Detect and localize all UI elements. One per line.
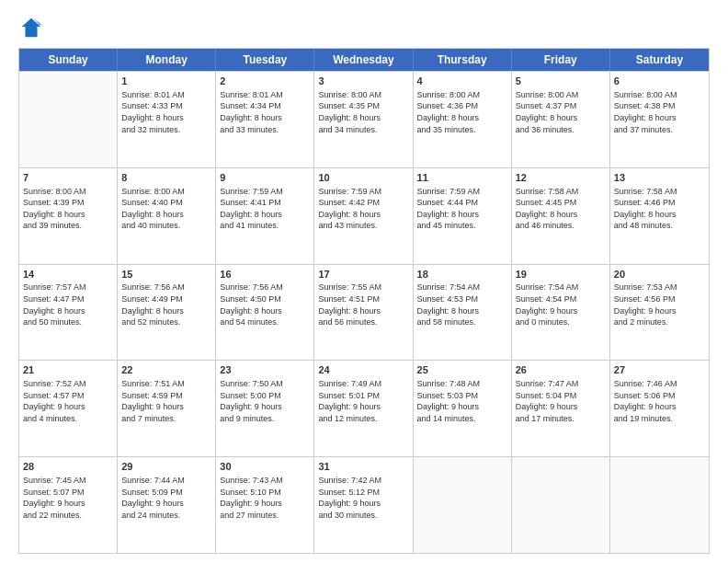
calendar-cell: 20Sunrise: 7:53 AMSunset: 4:56 PMDayligh… xyxy=(610,265,709,361)
header-cell-thursday: Thursday xyxy=(414,49,512,71)
calendar-cell: 8Sunrise: 8:00 AMSunset: 4:40 PMDaylight… xyxy=(118,168,216,264)
calendar-cell: 1Sunrise: 8:01 AMSunset: 4:33 PMDaylight… xyxy=(118,72,216,167)
cell-content: Sunrise: 7:56 AMSunset: 4:50 PMDaylight:… xyxy=(220,282,310,327)
cell-content: Sunrise: 8:00 AMSunset: 4:35 PMDaylight:… xyxy=(318,89,408,135)
cell-content: Sunrise: 7:43 AMSunset: 5:10 PMDaylight:… xyxy=(220,475,310,521)
cell-content: Sunrise: 7:53 AMSunset: 4:56 PMDaylight:… xyxy=(614,282,705,327)
header-cell-sunday: Sunday xyxy=(19,49,118,71)
day-number: 26 xyxy=(516,363,606,377)
day-number: 15 xyxy=(121,268,211,282)
day-number: 11 xyxy=(417,171,507,185)
cell-content: Sunrise: 7:45 AMSunset: 5:07 PMDaylight:… xyxy=(23,475,113,521)
calendar-cell: 11Sunrise: 7:59 AMSunset: 4:44 PMDayligh… xyxy=(414,168,512,264)
day-number: 1 xyxy=(121,75,211,88)
header-cell-saturday: Saturday xyxy=(610,49,709,71)
day-number: 24 xyxy=(318,363,408,377)
day-number: 22 xyxy=(121,363,211,377)
calendar-week-4: 21Sunrise: 7:52 AMSunset: 4:57 PMDayligh… xyxy=(19,360,709,456)
calendar-cell: 5Sunrise: 8:00 AMSunset: 4:37 PMDaylight… xyxy=(512,72,610,167)
cell-content: Sunrise: 8:00 AMSunset: 4:37 PMDaylight:… xyxy=(516,89,606,135)
calendar-cell: 19Sunrise: 7:54 AMSunset: 4:54 PMDayligh… xyxy=(512,265,610,361)
header-cell-friday: Friday xyxy=(512,49,610,71)
calendar-cell: 26Sunrise: 7:47 AMSunset: 5:04 PMDayligh… xyxy=(512,361,610,456)
day-number: 20 xyxy=(614,268,705,282)
day-number: 27 xyxy=(614,363,705,377)
calendar-cell: 9Sunrise: 7:59 AMSunset: 4:41 PMDaylight… xyxy=(216,168,314,264)
calendar-cell: 25Sunrise: 7:48 AMSunset: 5:03 PMDayligh… xyxy=(414,361,512,456)
cell-content: Sunrise: 7:54 AMSunset: 4:54 PMDaylight:… xyxy=(516,282,606,327)
cell-content: Sunrise: 8:00 AMSunset: 4:39 PMDaylight:… xyxy=(23,186,113,232)
calendar-cell xyxy=(610,457,709,553)
cell-content: Sunrise: 8:01 AMSunset: 4:33 PMDaylight:… xyxy=(121,89,211,135)
day-number: 29 xyxy=(121,460,211,474)
day-number: 31 xyxy=(318,460,408,474)
calendar-cell: 14Sunrise: 7:57 AMSunset: 4:47 PMDayligh… xyxy=(19,265,118,361)
calendar-cell xyxy=(512,457,610,553)
calendar-cell: 28Sunrise: 7:45 AMSunset: 5:07 PMDayligh… xyxy=(19,457,118,553)
header-cell-tuesday: Tuesday xyxy=(216,49,314,71)
day-number: 5 xyxy=(516,75,606,88)
cell-content: Sunrise: 7:44 AMSunset: 5:09 PMDaylight:… xyxy=(121,475,211,521)
day-number: 21 xyxy=(23,363,113,377)
cell-content: Sunrise: 8:00 AMSunset: 4:40 PMDaylight:… xyxy=(121,186,211,232)
calendar-header-row: SundayMondayTuesdayWednesdayThursdayFrid… xyxy=(19,49,709,71)
calendar-cell: 4Sunrise: 8:00 AMSunset: 4:36 PMDaylight… xyxy=(414,72,512,167)
calendar-cell: 13Sunrise: 7:58 AMSunset: 4:46 PMDayligh… xyxy=(610,168,709,264)
cell-content: Sunrise: 7:54 AMSunset: 4:53 PMDaylight:… xyxy=(417,282,507,327)
day-number: 12 xyxy=(516,171,606,185)
cell-content: Sunrise: 7:59 AMSunset: 4:41 PMDaylight:… xyxy=(220,186,310,232)
day-number: 30 xyxy=(220,460,310,474)
calendar-cell: 18Sunrise: 7:54 AMSunset: 4:53 PMDayligh… xyxy=(414,265,512,361)
calendar-cell: 2Sunrise: 8:01 AMSunset: 4:34 PMDaylight… xyxy=(216,72,314,167)
cell-content: Sunrise: 8:01 AMSunset: 4:34 PMDaylight:… xyxy=(220,89,310,135)
calendar-cell: 12Sunrise: 7:58 AMSunset: 4:45 PMDayligh… xyxy=(512,168,610,264)
calendar-cell: 27Sunrise: 7:46 AMSunset: 5:06 PMDayligh… xyxy=(610,361,709,456)
day-number: 23 xyxy=(220,363,310,377)
cell-content: Sunrise: 8:00 AMSunset: 4:36 PMDaylight:… xyxy=(417,89,507,135)
calendar-cell: 3Sunrise: 8:00 AMSunset: 4:35 PMDaylight… xyxy=(314,72,413,167)
cell-content: Sunrise: 7:47 AMSunset: 5:04 PMDaylight:… xyxy=(516,378,606,424)
calendar-cell xyxy=(414,457,512,553)
calendar-cell: 16Sunrise: 7:56 AMSunset: 4:50 PMDayligh… xyxy=(216,265,314,361)
day-number: 3 xyxy=(318,75,408,88)
calendar-cell: 23Sunrise: 7:50 AMSunset: 5:00 PMDayligh… xyxy=(216,361,314,456)
calendar-cell: 31Sunrise: 7:42 AMSunset: 5:12 PMDayligh… xyxy=(314,457,413,553)
header xyxy=(18,15,710,40)
cell-content: Sunrise: 7:56 AMSunset: 4:49 PMDaylight:… xyxy=(121,282,211,327)
day-number: 28 xyxy=(23,460,113,474)
calendar-cell: 15Sunrise: 7:56 AMSunset: 4:49 PMDayligh… xyxy=(118,265,216,361)
header-cell-wednesday: Wednesday xyxy=(314,49,413,71)
day-number: 8 xyxy=(121,171,211,185)
cell-content: Sunrise: 7:59 AMSunset: 4:42 PMDaylight:… xyxy=(318,186,408,232)
calendar: SundayMondayTuesdayWednesdayThursdayFrid… xyxy=(18,48,710,554)
day-number: 14 xyxy=(23,268,113,282)
day-number: 13 xyxy=(614,171,705,185)
cell-content: Sunrise: 7:58 AMSunset: 4:45 PMDaylight:… xyxy=(516,186,606,232)
svg-marker-0 xyxy=(22,18,41,38)
cell-content: Sunrise: 7:52 AMSunset: 4:57 PMDaylight:… xyxy=(23,378,113,424)
page: SundayMondayTuesdayWednesdayThursdayFrid… xyxy=(0,0,728,563)
day-number: 19 xyxy=(516,268,606,282)
day-number: 4 xyxy=(417,75,507,88)
logo-icon xyxy=(18,15,44,40)
cell-content: Sunrise: 7:46 AMSunset: 5:06 PMDaylight:… xyxy=(614,378,705,424)
cell-content: Sunrise: 7:57 AMSunset: 4:47 PMDaylight:… xyxy=(23,282,113,327)
day-number: 10 xyxy=(318,171,408,185)
day-number: 6 xyxy=(614,75,705,88)
cell-content: Sunrise: 7:42 AMSunset: 5:12 PMDaylight:… xyxy=(318,475,408,521)
cell-content: Sunrise: 7:49 AMSunset: 5:01 PMDaylight:… xyxy=(318,378,408,424)
calendar-cell: 10Sunrise: 7:59 AMSunset: 4:42 PMDayligh… xyxy=(314,168,413,264)
header-cell-monday: Monday xyxy=(118,49,216,71)
day-number: 9 xyxy=(220,171,310,185)
calendar-cell: 29Sunrise: 7:44 AMSunset: 5:09 PMDayligh… xyxy=(118,457,216,553)
calendar-cell xyxy=(19,72,118,167)
logo xyxy=(18,15,48,40)
cell-content: Sunrise: 7:55 AMSunset: 4:51 PMDaylight:… xyxy=(318,282,408,327)
calendar-cell: 22Sunrise: 7:51 AMSunset: 4:59 PMDayligh… xyxy=(118,361,216,456)
day-number: 25 xyxy=(417,363,507,377)
calendar-cell: 21Sunrise: 7:52 AMSunset: 4:57 PMDayligh… xyxy=(19,361,118,456)
cell-content: Sunrise: 7:50 AMSunset: 5:00 PMDaylight:… xyxy=(220,378,310,424)
calendar-cell: 30Sunrise: 7:43 AMSunset: 5:10 PMDayligh… xyxy=(216,457,314,553)
cell-content: Sunrise: 7:59 AMSunset: 4:44 PMDaylight:… xyxy=(417,186,507,232)
calendar-week-2: 7Sunrise: 8:00 AMSunset: 4:39 PMDaylight… xyxy=(19,167,709,264)
